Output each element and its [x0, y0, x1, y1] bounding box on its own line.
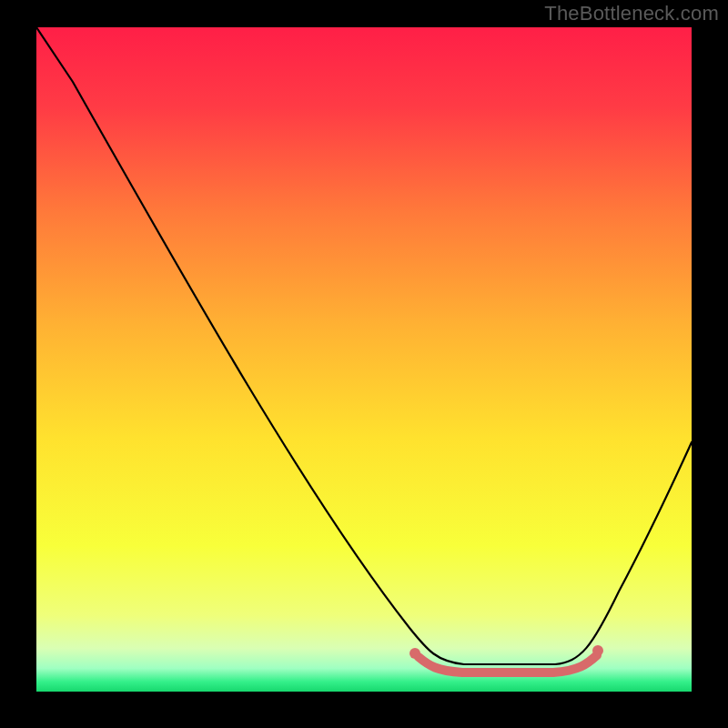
chart-frame: TheBottleneck.com — [0, 0, 728, 728]
optimal-range-endpoint-right — [592, 645, 603, 656]
plot-area — [36, 27, 692, 692]
plot-svg — [36, 27, 692, 692]
optimal-range-endpoint-left — [410, 648, 420, 659]
watermark-text: TheBottleneck.com — [544, 2, 719, 25]
gradient-background — [36, 27, 692, 692]
